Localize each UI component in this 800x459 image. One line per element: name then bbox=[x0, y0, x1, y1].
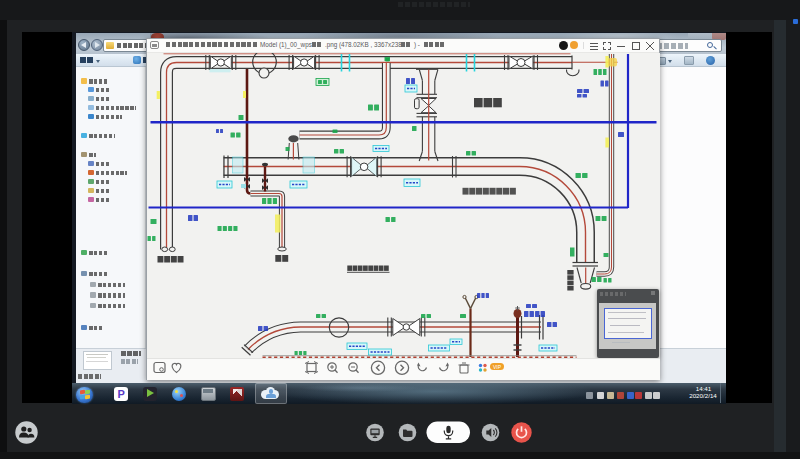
svg-text:VIP: VIP bbox=[492, 364, 501, 370]
